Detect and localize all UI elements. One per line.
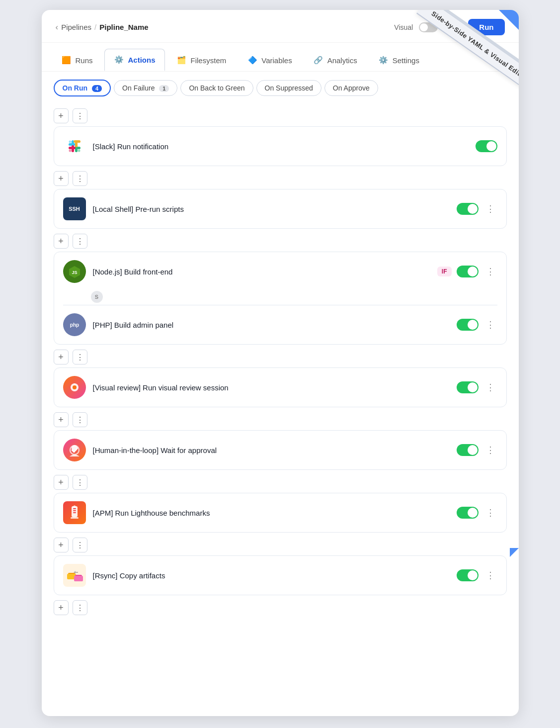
php-icon: php — [63, 313, 86, 336]
rsync-more[interactable]: ⋮ — [483, 568, 497, 582]
php-label: [PHP] Build admin panel — [93, 321, 450, 329]
dots-button-0[interactable]: ⋮ — [73, 108, 87, 123]
dots-button-6[interactable]: ⋮ — [73, 538, 87, 552]
nodejs-toggle[interactable] — [457, 266, 479, 277]
add-button-7[interactable]: + — [54, 600, 69, 615]
tab-settings[interactable]: ⚙️ Settings — [369, 49, 429, 71]
local-shell-controls: ⋮ — [457, 202, 497, 216]
tab-runs[interactable]: 🟧 Runs — [52, 49, 102, 71]
add-row-0: + ⋮ — [54, 108, 507, 123]
dots-button-5[interactable]: ⋮ — [73, 475, 87, 490]
tab-actions-label: Actions — [128, 56, 156, 64]
local-shell-more[interactable]: ⋮ — [483, 202, 497, 216]
yaml-label: YAML — [444, 23, 462, 31]
php-more[interactable]: ⋮ — [483, 318, 497, 332]
tab-variables[interactable]: 🔷 Variables — [238, 49, 301, 71]
back-button[interactable]: ‹ — [56, 22, 59, 32]
action-tab-on-back-to-green[interactable]: On Back to Green — [180, 80, 253, 96]
action-card-local-shell-row: SSH [Local Shell] Pre-run scripts ⋮ — [54, 189, 506, 228]
app-container: Side-by-Side YAML & Visual Editor ‹ Pipe… — [42, 10, 519, 716]
action-card-apm: [APM] Run Lighthouse benchmarks ⋮ — [54, 493, 507, 533]
visual-review-more[interactable]: ⋮ — [483, 380, 497, 394]
svg-point-9 — [78, 141, 80, 143]
action-tab-on-suppressed[interactable]: On Suppressed — [256, 80, 321, 96]
on-failure-badge: 1 — [159, 85, 169, 92]
tab-settings-label: Settings — [393, 56, 419, 65]
slack-controls — [476, 140, 497, 152]
add-button-5[interactable]: + — [54, 475, 69, 490]
add-button-0[interactable]: + — [54, 108, 69, 123]
header-right: Visual YAML Run — [394, 19, 504, 35]
slack-label: [Slack] Run notification — [93, 142, 469, 151]
main-content: + ⋮ — [42, 96, 519, 630]
svg-point-12 — [69, 150, 71, 152]
visual-yaml-toggle[interactable] — [419, 22, 438, 32]
action-tabs: On Run 4 On Failure 1 On Back to Green O… — [42, 72, 519, 96]
local-shell-toggle[interactable] — [457, 203, 479, 215]
on-run-badge: 4 — [92, 85, 102, 92]
dots-button-3[interactable]: ⋮ — [73, 350, 87, 364]
svg-point-3 — [69, 141, 71, 143]
header: ‹ Pipelines / Pipline_Name Visual YAML R… — [42, 10, 519, 43]
add-button-3[interactable]: + — [54, 350, 69, 364]
apm-more[interactable]: ⋮ — [483, 506, 497, 520]
visual-review-toggle[interactable] — [457, 381, 479, 393]
action-card-nodejs-row: JS [Node.js] Build front-end IF ⋮ — [54, 252, 506, 291]
rsync-controls: ⋮ — [457, 568, 497, 582]
nodejs-more[interactable]: ⋮ — [483, 265, 497, 278]
dots-button-1[interactable]: ⋮ — [73, 171, 87, 186]
s-badge: S — [91, 291, 103, 303]
add-button-2[interactable]: + — [54, 234, 69, 249]
dots-button-4[interactable]: ⋮ — [73, 412, 87, 427]
add-row-2: + ⋮ — [54, 234, 507, 249]
dots-button-7[interactable]: ⋮ — [73, 600, 87, 615]
apm-toggle[interactable] — [457, 507, 479, 519]
action-card-visual-review-row: [Visual review] Run visual review sessio… — [54, 368, 506, 407]
actions-icon: ⚙️ — [114, 54, 125, 65]
php-toggle[interactable] — [457, 319, 479, 331]
svg-rect-2 — [69, 143, 76, 146]
add-button-6[interactable]: + — [54, 538, 69, 552]
add-row-6: + ⋮ — [54, 538, 507, 552]
add-button-4[interactable]: + — [54, 412, 69, 427]
pipelines-link[interactable]: Pipelines — [61, 23, 91, 31]
svg-rect-30 — [73, 512, 76, 513]
human-loop-toggle[interactable] — [457, 444, 479, 456]
add-row-5: + ⋮ — [54, 475, 507, 490]
runs-icon: 🟧 — [61, 55, 72, 66]
action-card-php-row: php [PHP] Build admin panel ⋮ — [54, 305, 506, 344]
nodejs-controls: IF ⋮ — [437, 265, 497, 278]
action-tab-on-run[interactable]: On Run 4 — [54, 80, 111, 96]
action-tab-on-failure[interactable]: On Failure 1 — [114, 80, 177, 96]
svg-marker-27 — [72, 505, 78, 507]
apm-label: [APM] Run Lighthouse benchmarks — [93, 509, 450, 517]
php-controls: ⋮ — [457, 318, 497, 332]
human-loop-icon — [63, 439, 86, 461]
action-tab-on-approve[interactable]: On Approve — [324, 80, 378, 96]
tab-filesystem[interactable]: 🗂️ Filesystem — [167, 49, 236, 71]
action-card-local-shell: SSH [Local Shell] Pre-run scripts ⋮ — [54, 189, 507, 229]
action-card-slack: [Slack] Run notification — [54, 126, 507, 166]
if-badge: IF — [437, 267, 452, 276]
add-button-1[interactable]: + — [54, 171, 69, 186]
filesystem-icon: 🗂️ — [176, 55, 187, 66]
tab-analytics[interactable]: 🔗 Analytics — [304, 49, 367, 71]
svg-point-6 — [78, 150, 80, 152]
local-shell-label: [Local Shell] Pre-run scripts — [93, 205, 450, 213]
visual-review-icon — [63, 376, 86, 399]
action-card-visual-review: [Visual review] Run visual review sessio… — [54, 367, 507, 407]
rsync-toggle[interactable] — [457, 569, 479, 581]
add-row-4: + ⋮ — [54, 412, 507, 427]
action-card-slack-row: [Slack] Run notification — [54, 127, 506, 166]
rsync-label: [Rsync] Copy artifacts — [93, 571, 450, 580]
action-card-apm-row: [APM] Run Lighthouse benchmarks ⋮ — [54, 493, 506, 532]
slack-toggle[interactable] — [476, 140, 497, 152]
dots-button-2[interactable]: ⋮ — [73, 234, 87, 249]
nav-tabs: 🟧 Runs ⚙️ Actions 🗂️ Filesystem 🔷 Variab… — [42, 43, 519, 72]
tab-actions[interactable]: ⚙️ Actions — [104, 49, 165, 71]
svg-rect-0 — [65, 137, 84, 156]
visual-review-label: [Visual review] Run visual review sessio… — [93, 383, 450, 392]
svg-text:JS: JS — [72, 270, 77, 275]
pipeline-name: Pipline_Name — [99, 23, 148, 31]
human-loop-more[interactable]: ⋮ — [483, 443, 497, 457]
